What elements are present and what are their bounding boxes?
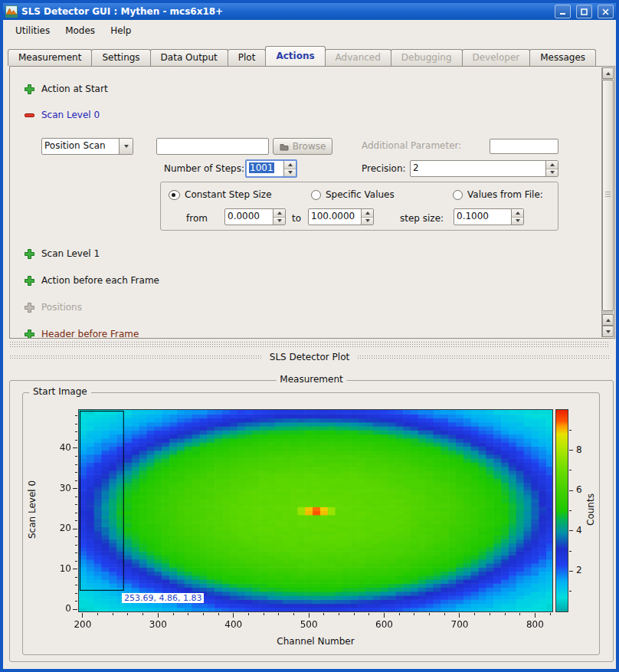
to-spinbox[interactable]: 100.0000 <box>308 208 374 225</box>
spin-down-icon[interactable] <box>273 217 285 225</box>
spin-up-icon[interactable] <box>546 161 558 169</box>
scroll-up-button[interactable] <box>602 67 614 79</box>
menu-utilities[interactable]: Utilities <box>8 23 57 38</box>
radio-selected-icon[interactable] <box>169 190 180 200</box>
titlebar[interactable]: SLS Detector GUI : Mythen - mcs6x18+ <box>3 3 616 20</box>
additional-parameter-input[interactable] <box>490 139 558 154</box>
spin-down-icon[interactable] <box>362 217 373 225</box>
tab-bar: MeasurementSettingsData OutputPlotAction… <box>8 48 595 66</box>
combo-dropdown-icon[interactable] <box>119 139 133 154</box>
precision-spinbox[interactable]: 2 <box>410 160 558 177</box>
y-minor-tick <box>75 601 77 602</box>
colorbar-minor-tick <box>569 430 572 431</box>
y-minor-tick <box>75 415 77 416</box>
dock-handle-dots <box>357 355 610 360</box>
from-value: 0.0000 <box>225 209 273 225</box>
from-spinbox[interactable]: 0.0000 <box>224 208 286 225</box>
tab-plot[interactable]: Plot <box>228 49 267 66</box>
x-minor-tick <box>339 613 339 615</box>
x-minor-tick <box>429 613 430 615</box>
y-tick <box>73 447 77 448</box>
collapse-minus-icon[interactable] <box>25 110 34 120</box>
colorbar <box>555 409 568 612</box>
precision-value: 2 <box>411 161 545 176</box>
x-minor-tick <box>203 613 204 615</box>
expand-plus-icon[interactable] <box>25 84 34 94</box>
x-minor-tick <box>264 613 264 615</box>
script-path-input[interactable] <box>156 138 269 155</box>
spin-up-icon[interactable] <box>362 209 373 217</box>
values-from-file-radio[interactable]: Values from File: <box>453 189 543 200</box>
number-of-steps-spinbox[interactable]: 1001 <box>245 159 297 178</box>
y-minor-tick <box>75 577 77 578</box>
step-size-spinbox[interactable]: 0.1000 <box>454 208 524 225</box>
colorbar-tick <box>569 450 573 451</box>
spin-down-icon[interactable] <box>512 217 523 225</box>
x-minor-tick <box>142 613 143 615</box>
tab-measurement[interactable]: Measurement <box>8 49 92 66</box>
colorbar-tick <box>569 490 573 491</box>
spin-up-icon[interactable] <box>273 209 285 217</box>
x-tick <box>384 613 385 618</box>
radio-icon[interactable] <box>311 190 321 200</box>
x-minor-tick <box>474 613 475 615</box>
number-of-steps-label: Number of Steps: <box>159 163 244 174</box>
scan-level-1-label: Scan Level 1 <box>41 248 100 259</box>
tab-settings[interactable]: Settings <box>91 49 150 66</box>
scroll-up-button-bottom[interactable] <box>602 314 614 326</box>
measurement-group-title: Measurement <box>276 374 346 385</box>
spin-up-icon[interactable] <box>284 161 296 169</box>
maximize-button[interactable] <box>576 5 592 18</box>
tab-messages[interactable]: Messages <box>529 49 596 66</box>
tab-data-output[interactable]: Data Output <box>150 49 228 66</box>
app-icon <box>5 5 18 18</box>
x-minor-tick <box>248 613 249 615</box>
measurement-group: Measurement Start Image Scan Level 0 Cou… <box>9 380 614 662</box>
y-minor-tick <box>75 504 77 505</box>
plot-dock-titlebar[interactable]: SLS Detector Plot <box>9 349 610 365</box>
x-tick <box>158 613 159 618</box>
menu-help[interactable]: Help <box>103 23 139 38</box>
minimize-button[interactable] <box>555 5 571 18</box>
heatmap-canvas[interactable] <box>78 409 553 612</box>
expand-plus-icon[interactable] <box>25 329 34 339</box>
tab-debugging: Debugging <box>391 49 463 66</box>
y-minor-tick <box>75 497 77 497</box>
vertical-scrollbar[interactable] <box>601 67 614 337</box>
menu-modes[interactable]: Modes <box>57 23 103 38</box>
spin-up-icon[interactable] <box>512 209 523 217</box>
positions-label: Positions <box>41 302 82 313</box>
x-minor-tick <box>505 613 506 615</box>
y-tick-label: 30 <box>45 483 71 493</box>
y-minor-tick <box>75 464 77 465</box>
radio-icon[interactable] <box>453 190 463 200</box>
browse-button: Browse <box>273 138 332 155</box>
scan-mode-combobox[interactable]: Position Scan <box>41 138 133 155</box>
scroll-down-button[interactable] <box>602 326 614 337</box>
specific-values-radio[interactable]: Specific Values <box>311 189 395 200</box>
x-minor-tick <box>293 613 294 615</box>
colorbar-tick <box>569 530 573 531</box>
spin-down-icon[interactable] <box>546 169 558 177</box>
actions-panel: Action at Start Scan Level 0 Position Sc… <box>9 66 615 339</box>
y-tick-label: 10 <box>45 563 71 574</box>
spin-down-icon[interactable] <box>284 169 296 177</box>
y-tick <box>73 488 77 489</box>
constant-step-size-radio[interactable]: Constant Step Size <box>169 189 272 200</box>
y-minor-tick <box>75 552 77 553</box>
scan-level-1-row: Scan Level 1 <box>25 247 100 260</box>
expand-plus-icon[interactable] <box>25 276 34 286</box>
x-minor-tick <box>490 613 490 615</box>
close-button[interactable] <box>598 5 614 18</box>
scroll-thumb[interactable] <box>602 80 614 311</box>
dock-title: SLS Detector Plot <box>270 352 349 362</box>
y-minor-tick <box>75 520 77 521</box>
splitter-handle[interactable] <box>9 341 610 347</box>
window-title: SLS Detector GUI : Mythen - mcs6x18+ <box>21 6 549 17</box>
tab-actions[interactable]: Actions <box>265 46 325 66</box>
additional-parameter-label: Additional Parameter: <box>362 140 461 151</box>
to-value: 100.0000 <box>309 209 361 225</box>
expand-plus-icon[interactable] <box>25 249 34 259</box>
x-tick-label: 800 <box>519 619 550 630</box>
x-tick <box>459 613 460 618</box>
